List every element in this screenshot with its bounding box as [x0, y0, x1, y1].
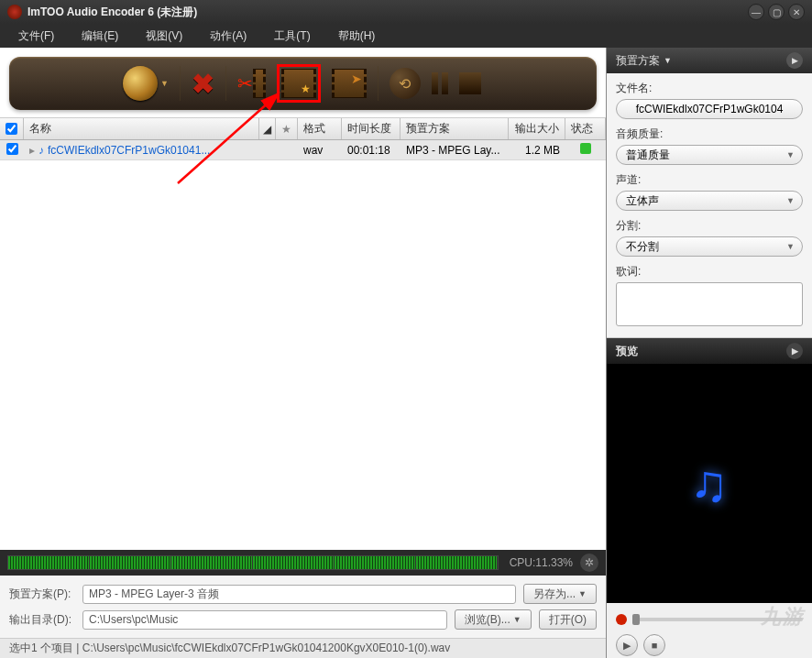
row-checkbox[interactable] — [6, 143, 18, 155]
record-icon — [616, 614, 627, 625]
film-strip-icon — [253, 69, 266, 98]
open-button[interactable]: 打开(O) — [539, 609, 597, 630]
table-header: 名称 ◢ ★ 格式 时间长度 预置方案 输出大小 状态 — [0, 118, 606, 140]
tree-expand-icon[interactable]: ▸ — [29, 144, 35, 157]
toolbar-separator — [378, 66, 379, 101]
quality-label: 音频质量: — [616, 126, 803, 142]
chevron-down-icon: ▼ — [160, 79, 169, 88]
column-duration[interactable]: 时间长度 — [342, 118, 401, 139]
scissors-icon: ✂ — [237, 72, 253, 94]
quality-select[interactable]: 普通质量▼ — [616, 145, 803, 165]
toolbar: ▼ ✖ ✂ ★ ➤ ⟲ — [9, 57, 597, 110]
stop-button[interactable] — [459, 72, 481, 94]
row-duration: 00:01:18 — [342, 144, 401, 157]
split-select[interactable]: 不分割▼ — [616, 236, 803, 257]
chevron-down-icon: ▼ — [786, 196, 795, 205]
add-disc-button[interactable]: ▼ — [123, 66, 169, 101]
outdir-field[interactable]: C:\Users\pc\Music — [82, 610, 447, 630]
column-format[interactable]: 格式 — [298, 118, 342, 139]
stop-preview-button[interactable]: ■ — [643, 634, 665, 656]
music-icon: ♪ — [38, 144, 44, 157]
column-outsize[interactable]: 输出大小 — [509, 118, 565, 139]
menu-edit[interactable]: 编辑(E) — [69, 25, 131, 48]
chevron-down-icon: ▼ — [786, 242, 795, 251]
star-icon: ★ — [301, 82, 311, 95]
filename-label: 文件名: — [616, 81, 803, 96]
toolbar-separator — [225, 66, 226, 101]
menu-tools[interactable]: 工具(T) — [261, 25, 323, 48]
preset-play-button[interactable]: ▶ — [786, 52, 803, 69]
cpu-label: CPU:11.33% — [510, 556, 573, 569]
cut-button[interactable]: ✂ — [237, 69, 266, 98]
chevron-down-icon: ▼ — [664, 56, 672, 65]
close-button[interactable]: ✕ — [788, 4, 805, 20]
minimize-button[interactable]: — — [748, 4, 764, 20]
film-strip-icon: ★ — [281, 69, 316, 98]
preview-header: 预览 ▶ — [607, 338, 812, 364]
column-preset[interactable]: 预置方案 — [401, 118, 509, 139]
save-as-button[interactable]: 另存为... ▼ — [523, 584, 597, 604]
preview-controls: ▶ ■ — [607, 603, 812, 658]
browse-button[interactable]: 浏览(B)... ▼ — [455, 609, 532, 630]
row-preset: MP3 - MPEG Lay... — [401, 144, 509, 157]
play-button[interactable]: ▶ — [616, 634, 638, 656]
seek-slider[interactable] — [632, 618, 803, 621]
bottom-panel: 预置方案(P): MP3 - MPEG Layer-3 音频 另存为... ▼ … — [0, 576, 606, 638]
column-checkbox[interactable] — [0, 118, 24, 139]
column-name[interactable]: 名称 — [24, 118, 259, 139]
row-status — [565, 143, 606, 157]
clip-arrow-button[interactable]: ➤ — [332, 69, 367, 98]
disc-icon — [123, 66, 158, 101]
filename-field[interactable]: fcCWIEkdlx07CFrP1wGk0104 — [616, 99, 803, 119]
cpu-meter — [7, 555, 499, 570]
outdir-label: 输出目录(D): — [9, 612, 75, 628]
properties-panel: 文件名: fcCWIEkdlx07CFrP1wGk0104 音频质量: 普通质量… — [607, 73, 812, 338]
chevron-down-icon: ▼ — [578, 589, 587, 598]
refresh-icon: ⟲ — [399, 75, 411, 93]
window-title: ImTOO Audio Encoder 6 (未注册) — [27, 5, 748, 20]
channel-select[interactable]: 立体声▼ — [616, 191, 803, 211]
preview-expand-button[interactable]: ▶ — [786, 343, 803, 359]
column-star[interactable]: ★ — [276, 118, 298, 139]
convert-button[interactable]: ⟲ — [390, 68, 421, 99]
clip-star-button[interactable]: ★ — [277, 64, 321, 103]
delete-button[interactable]: ✖ — [192, 68, 214, 100]
maximize-button[interactable]: ▢ — [768, 4, 785, 20]
column-sort[interactable]: ◢ — [259, 118, 276, 139]
chevron-down-icon: ▼ — [786, 150, 795, 159]
cpu-bar: CPU:11.33% ✲ — [0, 550, 606, 576]
row-outsize: 1.2 MB — [509, 144, 565, 157]
pause-button[interactable] — [432, 72, 448, 94]
cpu-settings-button[interactable]: ✲ — [580, 554, 598, 572]
preview-area: ♫ — [607, 364, 812, 603]
status-ready-icon — [580, 143, 591, 154]
lyrics-textarea[interactable] — [616, 282, 803, 326]
table-body: ▸ ♪ fcCWIEkdlx07CFrP1wGk01041... wav 00:… — [0, 140, 606, 550]
music-note-icon: ♫ — [690, 454, 729, 513]
menu-view[interactable]: 视图(V) — [133, 25, 195, 48]
menubar: 文件(F) 编辑(E) 视图(V) 动作(A) 工具(T) 帮助(H) — [0, 24, 812, 48]
lyrics-label: 歌词: — [616, 264, 803, 280]
toolbar-separator — [180, 66, 181, 101]
arrow-icon: ➤ — [351, 71, 362, 86]
column-status[interactable]: 状态 — [565, 118, 606, 139]
stop-icon — [459, 72, 481, 94]
film-strip-icon: ➤ — [332, 69, 367, 98]
gear-icon: ✲ — [585, 556, 594, 569]
row-format: wav — [298, 144, 342, 157]
menu-action[interactable]: 动作(A) — [197, 25, 259, 48]
preset-panel-header[interactable]: 预置方案 ▼ ▶ — [607, 48, 812, 73]
row-name: fcCWIEkdlx07CFrP1wGk01041... — [48, 144, 210, 157]
chevron-down-icon: ▼ — [513, 615, 521, 624]
status-line: 选中1 个项目 | C:\Users\pc\Music\fcCWIEkdlx07… — [0, 638, 606, 658]
preset-label: 预置方案(P): — [9, 587, 75, 602]
menu-file[interactable]: 文件(F) — [5, 25, 67, 48]
channel-label: 声道: — [616, 172, 803, 188]
titlebar: ImTOO Audio Encoder 6 (未注册) — ▢ ✕ — [0, 0, 812, 24]
app-icon — [7, 5, 22, 19]
menu-help[interactable]: 帮助(H) — [325, 25, 389, 48]
table-row[interactable]: ▸ ♪ fcCWIEkdlx07CFrP1wGk01041... wav 00:… — [0, 140, 606, 160]
preset-field[interactable]: MP3 - MPEG Layer-3 音频 — [82, 585, 516, 604]
split-label: 分割: — [616, 218, 803, 234]
